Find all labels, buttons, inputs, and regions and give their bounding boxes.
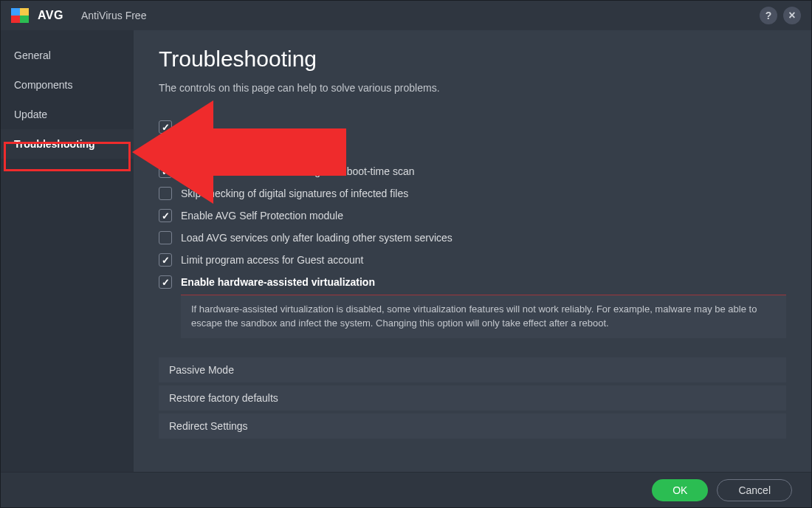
body: General Components Update Troubleshootin… [1,30,811,473]
ok-button[interactable]: OK [652,479,708,501]
sidebar-item-troubleshooting[interactable]: Troubleshooting [1,129,134,159]
cancel-button[interactable]: Cancel [717,479,792,501]
checkbox-row-guest-limit: Limit program access for Guest account [159,249,786,271]
page-description: The controls on this page can help to so… [159,82,786,94]
svg-rect-0 [11,8,20,16]
checkbox-hidden-1[interactable] [159,120,172,134]
app-title: AntiVirus Free [81,10,146,21]
checkbox-row-raw-disk: Enable raw disk access during AVG boot-t… [159,160,786,182]
settings-sidebar: General Components Update Troubleshootin… [1,30,134,473]
dialog-footer: OK Cancel [1,472,811,507]
checkbox-guest-limit[interactable] [159,253,172,267]
close-button[interactable]: × [783,7,801,24]
page-title: Troubleshooting [159,47,786,72]
sidebar-item-update[interactable]: Update [1,100,134,129]
checkbox-hidden-2[interactable] [159,143,172,156]
expander-redirect-settings[interactable]: Redirect Settings [159,413,786,439]
checkbox-label-skip-signatures: Skip checking of digital signatures of i… [181,188,408,199]
checkbox-row-hidden-2 [159,138,786,160]
avg-logo-icon [11,7,32,24]
checkbox-row-skip-signatures: Skip checking of digital signatures of i… [159,182,786,205]
checkbox-hw-virtualization[interactable] [159,275,172,289]
checkbox-row-self-protection: Enable AVG Self Protection module [159,205,786,227]
virtualization-info: If hardware-assisted virtualization is d… [181,295,786,338]
checkbox-label-guest-limit: Limit program access for Guest account [181,254,363,266]
checkbox-label-raw-disk: Enable raw disk access during AVG boot-t… [181,165,414,177]
checkbox-row-delay-services: Load AVG services only after loading oth… [159,227,786,249]
checkbox-label-delay-services: Load AVG services only after loading oth… [181,232,453,244]
svg-rect-1 [20,8,29,16]
checkbox-delay-services[interactable] [159,231,172,244]
checkbox-label-hw-virtualization: Enable hardware-assisted virtualization [181,276,375,288]
help-button[interactable]: ? [760,7,777,24]
checkbox-row-hw-virtualization: Enable hardware-assisted virtualization [159,271,786,293]
checkbox-self-protection[interactable] [159,209,172,222]
app-logo: AVG [11,7,63,24]
sidebar-item-components[interactable]: Components [1,70,134,100]
titlebar: AVG AntiVirus Free ? × [1,1,811,30]
app-short-name: AVG [38,9,63,22]
svg-rect-2 [11,16,20,23]
checkbox-raw-disk[interactable] [159,165,172,178]
svg-rect-3 [20,16,29,23]
sidebar-item-general[interactable]: General [1,41,134,70]
main-panel: Troubleshooting The controls on this pag… [134,30,811,473]
checkbox-row-hidden-1 [159,116,786,138]
expander-passive-mode[interactable]: Passive Mode [159,357,786,382]
expander-restore-defaults[interactable]: Restore factory defaults [159,385,786,411]
checkbox-skip-signatures[interactable] [159,187,172,200]
checkbox-label-self-protection: Enable AVG Self Protection module [181,210,343,222]
